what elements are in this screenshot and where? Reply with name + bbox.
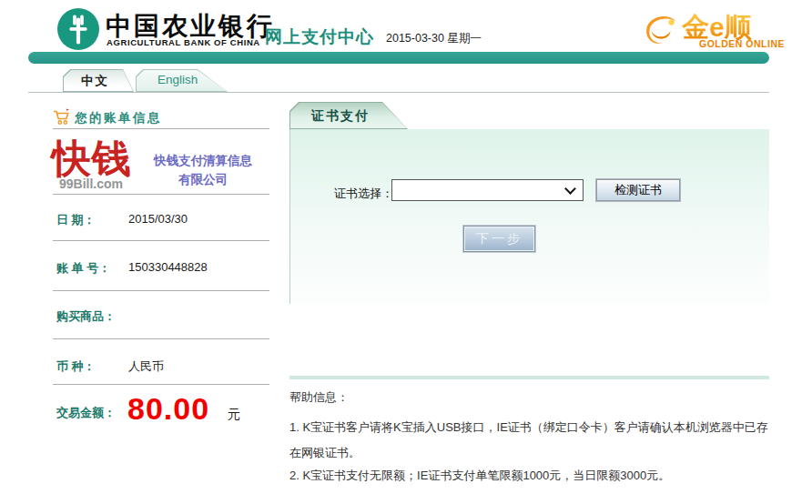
header-divider-bar — [28, 52, 769, 64]
page-title: 网上支付中心 — [265, 25, 374, 49]
help-item-2: 2. K宝证书支付无限额；IE证书支付单笔限额1000元，当日限额3000元。 — [289, 468, 770, 484]
field-billno-label: 账 单 号： — [56, 260, 110, 277]
bank-name-english: AGRICULTURAL BANK OF CHINA — [107, 37, 260, 47]
field-date-label: 日 期： — [56, 212, 96, 228]
sidebar-divider — [53, 128, 269, 129]
field-product-label: 购买商品： — [56, 308, 116, 325]
amount-value: 80.00 — [127, 391, 209, 427]
next-step-button[interactable]: 下一步 — [463, 226, 535, 252]
shopping-cart-icon — [53, 108, 71, 126]
merchant-company-line2: 有限公司 — [178, 173, 228, 186]
merchant-company-line1: 快钱支付清算信息 — [154, 154, 252, 167]
detect-certificate-button[interactable]: 检测证书 — [596, 179, 680, 201]
golden-online-swoosh-icon — [641, 11, 681, 49]
tab-underline — [28, 92, 769, 93]
sidebar-divider — [53, 290, 269, 291]
field-date-value: 2015/03/30 — [128, 212, 188, 226]
merchant-company-name: 快钱支付清算信息 有限公司 — [137, 151, 269, 189]
tab-certificate-label: 证书支付 — [311, 108, 370, 125]
bill-info-title: 您的账单信息 — [75, 110, 162, 126]
field-billno-value: 150330448828 — [128, 260, 208, 274]
certificate-panel — [289, 129, 769, 304]
golden-online-caption: GOLDEN ONLINE — [682, 38, 785, 49]
tab-chinese-label: 中文 — [81, 73, 109, 89]
chevron-down-icon — [564, 183, 576, 195]
field-currency-value: 人民币 — [128, 358, 164, 375]
tab-certificate-payment[interactable]: 证书支付 — [289, 102, 408, 129]
abc-bank-logo-icon — [56, 7, 100, 51]
tab-chinese[interactable]: 中文 — [63, 69, 134, 92]
sidebar-divider — [53, 194, 269, 195]
tab-english-label: English — [157, 73, 198, 86]
field-currency-label: 币 种： — [56, 358, 96, 375]
golden-online-logo: 金e顺 GOLDEN ONLINE — [641, 9, 787, 53]
tab-english[interactable]: English — [136, 69, 228, 92]
help-title: 帮助信息： — [289, 389, 349, 406]
sidebar-divider — [53, 338, 269, 339]
sidebar-divider — [53, 384, 269, 385]
help-divider — [289, 376, 769, 379]
certificate-select-label: 证书选择： — [334, 186, 393, 202]
amount-unit: 元 — [228, 407, 240, 423]
sidebar-divider — [53, 240, 269, 241]
merchant-logo-domain: 99Bill.com — [59, 176, 123, 191]
certificate-select[interactable] — [391, 179, 584, 201]
header-date: 2015-03-30 星期一 — [386, 31, 482, 46]
help-item-1: 1. K宝证书客户请将K宝插入USB接口，IE证书（绑定口令卡）客户请确认本机浏… — [289, 415, 770, 466]
amount-label: 交易金额： — [56, 405, 116, 421]
payment-page: 中国农业银行 AGRICULTURAL BANK OF CHINA 网上支付中心… — [0, 0, 812, 504]
